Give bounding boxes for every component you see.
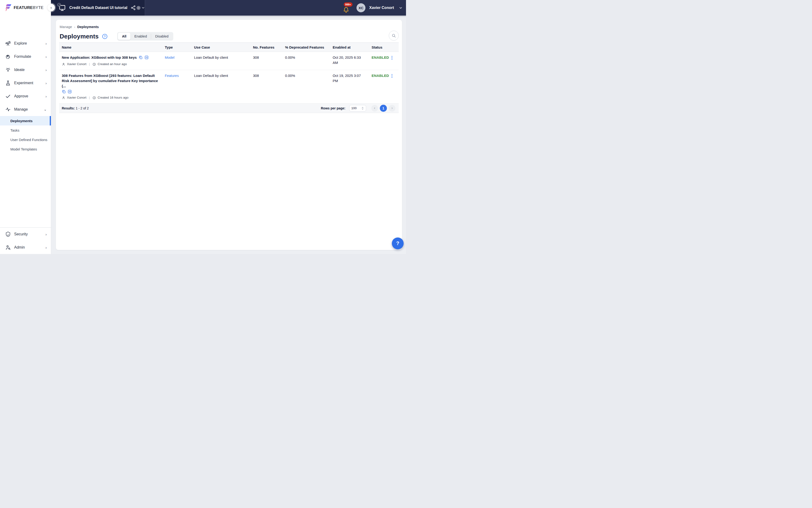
cell-enabled-at: Oct 19, 2025 3:07 PM	[330, 70, 369, 103]
status-badge: ENABLED	[371, 73, 389, 78]
status-badge: ENABLED	[371, 55, 389, 60]
flask-icon	[5, 80, 11, 86]
sidebar-item-ideate[interactable]: Ideate ›	[0, 63, 51, 76]
row-menu-kebab-icon[interactable]	[391, 55, 393, 60]
clock-icon	[92, 62, 96, 66]
copy-id-icon[interactable]: ID	[68, 90, 72, 94]
row-menu-kebab-icon[interactable]	[391, 73, 393, 79]
deployments-table: Name Type Use Case No. Features % Deprec…	[59, 42, 399, 113]
share-icon[interactable]	[131, 4, 136, 11]
sidebar-item-user-defined-functions[interactable]: User Defined Functions	[0, 135, 51, 144]
clock-icon	[92, 96, 96, 99]
cell-use-case: Loan Default by client	[191, 52, 251, 70]
project-chevron-down-icon[interactable]	[141, 4, 145, 11]
catalog-monitor-icon	[58, 4, 66, 11]
deployment-name[interactable]: New Application: XGBoost with top 308 ke…	[62, 55, 137, 59]
table-row[interactable]: 308 Features from XGBoost [293 features:…	[59, 70, 399, 103]
breadcrumb-separator: ›	[74, 25, 75, 29]
type-link[interactable]: Features	[165, 74, 179, 78]
type-link[interactable]: Model	[165, 55, 175, 59]
table-footer: Results: 1 - 2 of 2 Rows per page: 100 ‹…	[59, 103, 399, 113]
user-icon	[62, 62, 65, 66]
rows-per-page-select[interactable]: 100	[349, 105, 366, 112]
tab-disabled[interactable]: Disabled	[151, 33, 172, 40]
main-content-card: Manage › Deployments Deployments ? All E…	[56, 20, 402, 250]
checkmark-icon	[5, 93, 11, 99]
breadcrumb-parent[interactable]: Manage	[60, 25, 72, 29]
copy-name-icon[interactable]	[62, 90, 66, 94]
sidebar-item-label: Manage	[14, 107, 44, 112]
next-page-button[interactable]: ›	[389, 105, 395, 112]
sidebar-item-experiment[interactable]: Experiment ›	[0, 76, 51, 90]
sidebar-collapse-button[interactable]: ‹	[47, 4, 55, 11]
sidebar-bottom-nav: Security › Admin ›	[0, 227, 51, 254]
sidebar-item-manage[interactable]: Manage ⌄	[0, 103, 51, 116]
tab-enabled[interactable]: Enabled	[130, 33, 151, 40]
activity-pulse-icon	[5, 107, 11, 112]
sidebar-item-tasks[interactable]: Tasks	[0, 125, 51, 135]
project-switcher: Credit Default Dataset UI tutorial	[51, 0, 145, 15]
select-stepper-icon	[361, 107, 364, 110]
sidebar-item-approve[interactable]: Approve ›	[0, 90, 51, 103]
sidebar-item-security[interactable]: Security ›	[0, 227, 51, 241]
copy-id-icon[interactable]: ID	[144, 55, 148, 59]
sidebar-item-label: Ideate	[14, 68, 46, 72]
cell-no-features: 308	[251, 52, 282, 70]
sidebar-item-deployments[interactable]: Deployments	[0, 116, 51, 125]
column-header-name: Name	[59, 45, 162, 49]
row-meta: Xavier Conort | Created an hour ago	[62, 61, 159, 67]
cell-use-case: Loan Default by client	[191, 70, 251, 103]
copy-name-icon[interactable]	[139, 55, 143, 59]
sidebar-item-admin[interactable]: Admin ›	[0, 241, 51, 254]
cell-name: 308 Features from XGBoost [293 features:…	[59, 70, 162, 103]
sidebar: FEATUREBYTE Explore › Formulate › Ideate…	[0, 0, 51, 254]
column-header-pct-deprecated: % Deprecated Features	[282, 45, 330, 49]
meta-divider: |	[89, 95, 90, 100]
sidebar-item-formulate[interactable]: Formulate ›	[0, 50, 51, 63]
meta-divider: |	[89, 61, 90, 67]
settings-gear-icon[interactable]	[136, 4, 141, 11]
user-menu-chevron-icon[interactable]	[399, 6, 403, 10]
search-button[interactable]	[389, 31, 399, 41]
sidebar-item-model-templates[interactable]: Model Templates	[0, 144, 51, 154]
cell-pct-deprecated: 0.00%	[282, 52, 330, 70]
sidebar-item-explore[interactable]: Explore ›	[0, 37, 51, 50]
chevron-right-icon: ›	[46, 68, 47, 72]
column-header-enabled-at: Enabled at	[330, 45, 369, 49]
tab-all[interactable]: All	[118, 33, 130, 40]
chevron-right-icon: ›	[46, 246, 47, 250]
svg-text:ID: ID	[145, 56, 148, 58]
lightbulb-icon	[5, 67, 11, 73]
row-created: Created an hour ago	[98, 61, 127, 67]
table-header-row: Name Type Use Case No. Features % Deprec…	[59, 42, 399, 52]
floating-help-button[interactable]: ?	[392, 238, 404, 249]
status-filter-tabs: All Enabled Disabled	[117, 32, 173, 41]
user-avatar[interactable]: XC	[357, 3, 365, 12]
sidebar-item-label: Approve	[14, 94, 46, 98]
app-window: Credit Default Dataset UI tutorial 999+ …	[0, 0, 406, 254]
manage-submenu: Deployments Tasks User Defined Functions…	[0, 116, 51, 154]
column-header-no-features: No. Features	[251, 45, 282, 49]
sidebar-nav: Explore › Formulate › Ideate › Experimen…	[0, 37, 51, 154]
cell-status: ENABLED	[369, 70, 399, 103]
table-row[interactable]: New Application: XGBoost with top 308 ke…	[59, 52, 399, 70]
notifications-bell-icon[interactable]: 999+	[342, 2, 353, 14]
deployment-name[interactable]: 308 Features from XGBoost [293 features:…	[62, 74, 158, 88]
cell-pct-deprecated: 0.00%	[282, 70, 330, 103]
featurebyte-logo-icon	[5, 4, 12, 12]
chevron-right-icon: ›	[46, 94, 47, 98]
notification-count-badge: 999+	[344, 2, 353, 7]
breadcrumb-current: Deployments	[77, 25, 99, 29]
project-title[interactable]: Credit Default Dataset UI tutorial	[69, 6, 127, 10]
previous-page-button[interactable]: ‹	[371, 105, 378, 112]
top-bar-right: 999+ XC Xavier Conort	[342, 0, 403, 15]
column-header-status: Status	[369, 45, 399, 49]
chevron-right-icon: ›	[46, 42, 47, 45]
row-owner: Xavier Conort	[67, 61, 87, 67]
search-icon	[391, 33, 396, 38]
shield-check-icon	[5, 231, 11, 237]
help-question-icon[interactable]: ?	[102, 34, 108, 39]
page-number-button[interactable]: 1	[380, 105, 387, 112]
column-header-use-case: Use Case	[191, 45, 251, 49]
featurebyte-logo[interactable]: FEATUREBYTE	[0, 0, 51, 15]
